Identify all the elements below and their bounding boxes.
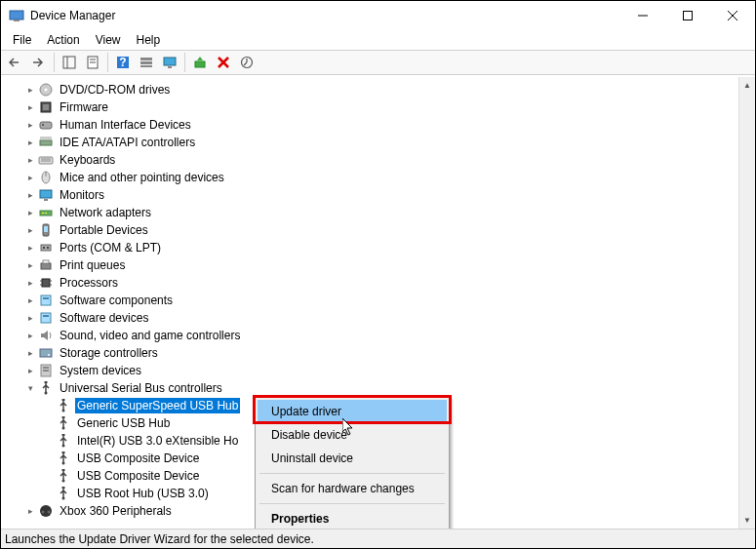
expander-icon[interactable]: ▾ — [22, 380, 38, 396]
monitor-button[interactable] — [159, 52, 180, 73]
expander-icon[interactable]: ▸ — [22, 310, 38, 326]
svg-rect-64 — [62, 416, 65, 418]
usb-icon — [56, 468, 71, 484]
tree-item[interactable]: ▾Universal Serial Bus controllers — [1, 379, 755, 397]
tree-item[interactable]: ▸Portable Devices — [1, 221, 755, 239]
minimize-button[interactable] — [620, 1, 665, 30]
svg-point-65 — [62, 445, 65, 448]
context-menu-item[interactable]: Scan for hardware changes — [258, 477, 447, 500]
expander-icon[interactable]: ▸ — [22, 293, 38, 308]
update-driver-button[interactable] — [189, 52, 211, 73]
svg-point-69 — [62, 480, 65, 483]
svg-rect-62 — [62, 399, 65, 401]
svg-rect-72 — [62, 487, 65, 489]
scroll-down-icon[interactable]: ▼ — [739, 512, 755, 529]
toolbar: ? — [1, 50, 755, 75]
expander-icon[interactable]: ▸ — [22, 345, 38, 361]
usb-icon — [56, 486, 71, 501]
tree-item[interactable]: ▸System devices — [1, 362, 755, 379]
svg-rect-1 — [14, 20, 20, 21]
menu-help[interactable]: Help — [129, 31, 169, 49]
svg-rect-43 — [41, 263, 51, 269]
tree-item[interactable]: ▸Print queues — [1, 256, 755, 274]
expander-icon[interactable]: ▸ — [22, 328, 38, 343]
ide-icon — [38, 135, 54, 150]
properties-button[interactable] — [82, 52, 103, 73]
expander-icon[interactable]: ▸ — [22, 363, 38, 378]
expander-icon[interactable]: ▸ — [22, 152, 38, 168]
tree-item[interactable]: ▸Firmware — [1, 98, 755, 116]
expander-icon[interactable]: ▸ — [22, 135, 38, 150]
forward-button[interactable] — [28, 52, 50, 73]
expander-icon[interactable]: ▸ — [22, 275, 38, 291]
vertical-scrollbar[interactable]: ▲ ▼ — [738, 77, 755, 529]
tree-item[interactable]: ▸Human Interface Devices — [1, 116, 755, 134]
expander-icon[interactable]: ▸ — [22, 82, 38, 98]
svg-point-63 — [62, 427, 65, 430]
cpu-icon — [38, 275, 54, 291]
software-icon — [38, 310, 54, 326]
svg-rect-23 — [43, 104, 49, 110]
help-button[interactable]: ? — [112, 52, 134, 73]
expander-icon[interactable]: ▸ — [22, 205, 38, 220]
menu-file[interactable]: File — [5, 31, 39, 49]
expander-icon[interactable]: ▸ — [22, 170, 38, 185]
tree-item[interactable]: ▸Mice and other pointing devices — [1, 169, 755, 186]
tree-item[interactable]: ▸Network adapters — [1, 204, 755, 221]
expander-icon[interactable]: ▸ — [22, 117, 38, 133]
expander-icon[interactable]: ▸ — [22, 187, 38, 203]
portable-icon — [38, 222, 54, 238]
tree-item-label: Universal Serial Bus controllers — [58, 380, 224, 396]
svg-point-71 — [62, 497, 65, 500]
scroll-up-icon[interactable]: ▲ — [739, 77, 755, 94]
tree-item[interactable]: ▸DVD/CD-ROM drives — [1, 81, 755, 98]
expander-icon[interactable]: ▸ — [22, 257, 38, 273]
tree-item[interactable]: ▸Monitors — [1, 186, 755, 204]
menu-view[interactable]: View — [88, 31, 129, 49]
disc-icon — [38, 82, 54, 98]
tree-item[interactable]: ▸Ports (COM & LPT) — [1, 239, 755, 256]
tree-item[interactable]: ▸Software devices — [1, 309, 755, 327]
tree-item[interactable]: ▸Software components — [1, 292, 755, 309]
show-hide-button[interactable] — [59, 52, 80, 73]
uninstall-button[interactable] — [213, 52, 234, 73]
svg-rect-18 — [195, 61, 205, 67]
tree-item[interactable]: ▸Keyboards — [1, 151, 755, 169]
svg-rect-26 — [40, 140, 52, 145]
context-menu-item[interactable]: Update driver — [258, 400, 447, 423]
context-menu-item[interactable]: Uninstall device — [258, 447, 447, 470]
scan-button[interactable] — [236, 52, 258, 73]
context-menu-item[interactable]: Disable device — [258, 423, 447, 447]
list-button[interactable] — [136, 52, 157, 73]
maximize-button[interactable] — [665, 1, 710, 30]
expander-icon[interactable]: ▸ — [22, 222, 38, 238]
tree-item[interactable]: ▸IDE ATA/ATAPI controllers — [1, 134, 755, 151]
svg-point-55 — [48, 354, 50, 356]
tree-item-label: Xbox 360 Peripherals — [58, 503, 174, 519]
context-menu-item[interactable]: Properties — [258, 507, 447, 530]
svg-rect-42 — [47, 247, 49, 249]
svg-rect-53 — [43, 315, 49, 317]
tree-item[interactable]: ▸Processors — [1, 274, 755, 292]
tree-item-label: Software devices — [58, 310, 150, 326]
menu-action[interactable]: Action — [39, 31, 87, 49]
expander-icon[interactable]: ▸ — [22, 503, 38, 519]
svg-rect-33 — [40, 190, 52, 198]
expander-icon[interactable]: ▸ — [22, 240, 38, 255]
tree-item[interactable]: ▸Sound, video and game controllers — [1, 327, 755, 344]
tree-item-label: Portable Devices — [58, 222, 150, 238]
svg-rect-41 — [43, 247, 45, 249]
close-button[interactable] — [710, 1, 755, 30]
tree-item-label: Monitors — [58, 187, 106, 203]
tree-item-label: Network adapters — [58, 205, 153, 220]
svg-rect-54 — [40, 349, 52, 357]
back-button[interactable] — [5, 52, 26, 73]
menubar: File Action View Help — [1, 30, 755, 50]
svg-rect-37 — [45, 213, 47, 214]
expander-icon[interactable]: ▸ — [22, 99, 38, 115]
tree-item-label: Software components — [58, 293, 175, 308]
svg-rect-0 — [10, 11, 23, 20]
usb-icon — [56, 398, 71, 413]
svg-rect-17 — [168, 66, 172, 68]
tree-item[interactable]: ▸Storage controllers — [1, 344, 755, 362]
